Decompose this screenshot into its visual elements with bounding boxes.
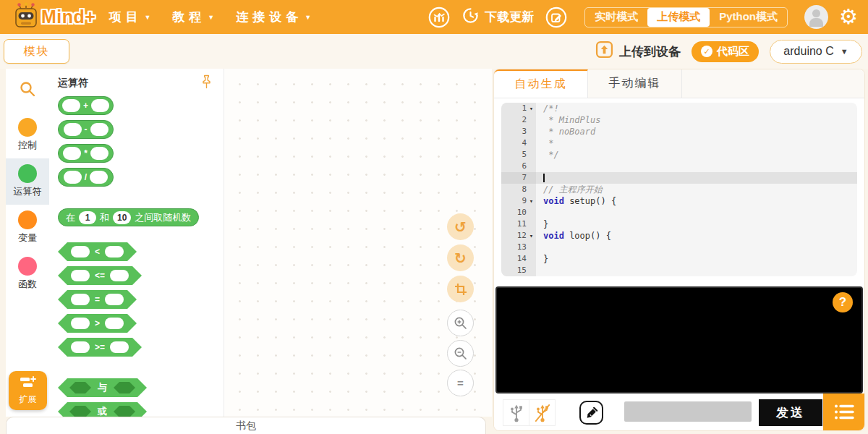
- block-add[interactable]: +: [58, 96, 114, 115]
- random-prefix: 在: [66, 211, 75, 224]
- zoom-reset-icon: =: [457, 377, 464, 389]
- random-suffix: 之间取随机数: [135, 211, 191, 224]
- menu-tutorial[interactable]: 教程▼: [172, 9, 214, 25]
- help-button[interactable]: ?: [833, 292, 853, 312]
- download-update-button[interactable]: 下载更新: [461, 7, 534, 28]
- mindplus-logo[interactable]: Mind+: [12, 2, 95, 33]
- code-token: void: [543, 231, 564, 241]
- tab-manual-edit[interactable]: 手动编辑: [588, 69, 682, 98]
- chevron-down-icon: ▼: [208, 14, 214, 21]
- operator-symbol: *: [84, 148, 88, 158]
- send-button[interactable]: 发送: [759, 399, 822, 426]
- code-text: }: [536, 253, 857, 265]
- block-equal[interactable]: =: [58, 290, 137, 309]
- tab-modules[interactable]: 模块: [4, 39, 69, 64]
- mode-upload[interactable]: 上传模式: [647, 8, 710, 27]
- usb-disconnect-button[interactable]: [529, 399, 556, 426]
- zoom-out-button[interactable]: [447, 340, 474, 367]
- sub-toolbar: 模块 上传到设备 ✓ 代码区 arduino C ▼: [0, 34, 868, 69]
- line-number: 12▾: [501, 230, 536, 242]
- sidebar-item-control[interactable]: 控制: [6, 112, 49, 158]
- code-line: 4 *: [501, 137, 857, 149]
- backpack-label: 书包: [236, 420, 256, 433]
- menu-connect-device[interactable]: 连接设备▼: [236, 9, 311, 25]
- workspace-canvas[interactable]: ↺↻=: [224, 69, 492, 417]
- zoom-in-button[interactable]: [447, 310, 474, 336]
- line-number: 15: [501, 265, 536, 276]
- redo-button[interactable]: ↻: [447, 244, 474, 271]
- zoom-reset-button[interactable]: =: [447, 370, 474, 396]
- sidebar-item-operators[interactable]: 运算符: [6, 158, 49, 205]
- menu-project[interactable]: 项目▼: [109, 9, 150, 25]
- zoom-out-icon: [454, 346, 467, 360]
- block-or[interactable]: 或: [58, 402, 147, 417]
- code-editor[interactable]: 1▾/*!2 * MindPlus3 * noBoard4 *5 */678//…: [501, 103, 857, 276]
- code-text: void loop() {: [536, 230, 857, 242]
- undo-button[interactable]: ↺: [447, 213, 474, 240]
- chevron-down-icon: ▼: [144, 14, 150, 21]
- code-line: 6: [501, 161, 857, 172]
- line-number-value: 3: [522, 126, 527, 137]
- console-toolbar: 发送: [494, 393, 864, 430]
- line-number-value: 11: [517, 218, 527, 230]
- category-label: 运算符: [14, 185, 42, 198]
- value-slot: [64, 123, 82, 136]
- gear-icon[interactable]: ⚙: [839, 7, 858, 27]
- backpack-bar[interactable]: 书包: [6, 417, 486, 434]
- line-number: 3: [501, 126, 536, 137]
- board-select-dropdown[interactable]: arduino C ▼: [770, 40, 862, 64]
- block-greater-equal[interactable]: >=: [58, 338, 142, 357]
- line-number-value: 13: [517, 242, 527, 253]
- block-subtract[interactable]: -: [58, 120, 114, 139]
- value-slot: 10: [113, 211, 131, 224]
- value-slot: [64, 171, 82, 184]
- operator-symbol: -: [85, 124, 88, 135]
- avatar[interactable]: [804, 5, 828, 29]
- block-greater-than[interactable]: >: [58, 314, 137, 333]
- code-token: // 主程序开始: [543, 184, 603, 195]
- pin-icon[interactable]: [201, 75, 212, 92]
- value-slot: [90, 171, 108, 184]
- zoom-in-icon: [454, 316, 467, 330]
- fold-caret-icon[interactable]: ▾: [527, 103, 536, 114]
- code-panel: 自动生成手动编辑 1▾/*!2 * MindPlus3 * noBoard4 *…: [493, 69, 865, 431]
- code-line: 3 * noBoard: [501, 126, 857, 137]
- clear-console-button[interactable]: [579, 401, 603, 425]
- block-less-than[interactable]: <: [58, 242, 137, 261]
- usb-connect-button[interactable]: [503, 399, 529, 426]
- fold-caret-icon[interactable]: ▾: [527, 230, 536, 242]
- extension-button[interactable]: 扩展: [9, 371, 47, 410]
- search-icon[interactable]: [19, 80, 36, 98]
- console-menu-button[interactable]: [823, 393, 864, 430]
- upload-to-device-button[interactable]: 上传到设备: [595, 41, 681, 62]
- edit-icon[interactable]: [545, 6, 568, 29]
- block-and[interactable]: 与: [58, 378, 147, 397]
- mode-switch: 实时模式上传模式Python模式: [584, 7, 788, 27]
- line-number: 10: [501, 207, 536, 218]
- block-palette: 运算符 +-*/ 在1和10之间取随机数 <<==>>= 与或: [49, 69, 224, 417]
- sidebar-item-variables[interactable]: 变量: [6, 205, 49, 251]
- block-random-number[interactable]: 在1和10之间取随机数: [58, 208, 199, 226]
- line-number-value: 9: [522, 195, 527, 207]
- value-slot: [105, 294, 124, 305]
- line-number: 11: [501, 218, 536, 230]
- line-number: 2: [501, 114, 536, 126]
- screenshot-button[interactable]: [447, 276, 474, 302]
- code-line: 1▾/*!: [501, 103, 857, 114]
- sidebar-item-functions[interactable]: 函数: [6, 251, 49, 297]
- block-multiply[interactable]: *: [58, 144, 114, 163]
- mode-python[interactable]: Python模式: [710, 8, 787, 27]
- code-line: 15: [501, 265, 857, 276]
- upload-label: 上传到设备: [619, 43, 681, 60]
- category-color-dot: [18, 164, 37, 183]
- block-divide[interactable]: /: [58, 168, 114, 187]
- fold-caret-icon[interactable]: ▾: [527, 195, 536, 207]
- community-icon[interactable]: [427, 6, 451, 29]
- tab-auto-generate[interactable]: 自动生成: [494, 69, 588, 98]
- line-number-value: 6: [522, 161, 527, 172]
- block-less-equal[interactable]: <=: [58, 266, 142, 285]
- code-area-toggle[interactable]: ✓ 代码区: [692, 41, 759, 62]
- category-color-dot: [18, 118, 37, 137]
- mode-realtime[interactable]: 实时模式: [585, 8, 647, 27]
- serial-input[interactable]: [624, 401, 752, 422]
